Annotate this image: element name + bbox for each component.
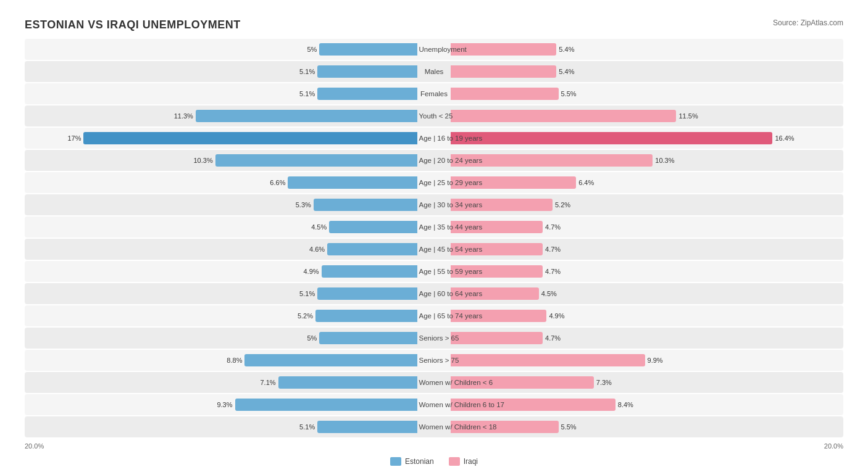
value-right: 4.7% <box>545 223 565 231</box>
bar-blue <box>329 221 417 233</box>
bar-pink <box>451 132 773 144</box>
bar-row: 8.8% Seniors > 75 9.9% <box>25 350 843 371</box>
bar-row: 5.1% Age | 60 to 64 years 4.5% <box>25 283 843 304</box>
value-right: 5.5% <box>561 90 581 97</box>
chart-header: ESTONIAN VS IRAQI UNEMPLOYMENT Source: Z… <box>25 19 843 31</box>
left-section: 8.8% <box>25 354 417 366</box>
bar-blue <box>244 354 417 366</box>
right-section: 10.3% <box>451 154 843 167</box>
left-section: 5% <box>25 43 417 56</box>
center-label: Age | 16 to 19 years <box>417 134 450 142</box>
right-section: 4.5% <box>451 287 843 300</box>
value-left: 5.2% <box>293 312 313 320</box>
bar-blue <box>235 399 418 411</box>
bar-row: 11.3% Youth < 25 11.5% <box>25 105 843 126</box>
axis-left-label: 20.0% <box>25 442 44 450</box>
bar-wrapper-right: 10.3% <box>451 154 843 167</box>
right-section: 11.5% <box>451 110 843 122</box>
bar-wrapper-right: 5.4% <box>451 43 843 56</box>
bar-blue <box>288 176 417 189</box>
value-right: 4.7% <box>545 334 565 342</box>
bar-wrapper-left: 5.1% <box>25 421 417 433</box>
center-label: Females <box>417 90 450 97</box>
center-label: Seniors > 65 <box>417 334 450 342</box>
bar-blue <box>196 110 418 122</box>
legend: Estonian Iraqi <box>25 457 843 466</box>
value-left: 6.6% <box>265 179 285 186</box>
bar-wrapper-right: 6.4% <box>451 176 843 189</box>
bar-row: 17% Age | 16 to 19 years 16.4% <box>25 128 843 149</box>
value-left: 5.1% <box>295 290 315 297</box>
bar-row: 5.1% Males 5.4% <box>25 61 843 82</box>
center-label: Age | 65 to 74 years <box>417 312 450 320</box>
center-label: Seniors > 75 <box>417 357 450 364</box>
legend-iraqi: Iraqi <box>449 457 478 466</box>
bar-row: 4.5% Age | 35 to 44 years 4.7% <box>25 217 843 238</box>
right-section: 4.7% <box>451 332 843 344</box>
value-left: 5.1% <box>295 423 315 431</box>
bar-wrapper-left: 5% <box>25 332 417 344</box>
left-section: 4.9% <box>25 265 417 278</box>
bar-wrapper-right: 16.4% <box>451 132 843 144</box>
value-right: 10.3% <box>655 157 675 164</box>
left-section: 11.3% <box>25 110 417 122</box>
bar-wrapper-left: 5.1% <box>25 65 417 78</box>
bar-wrapper-right: 7.3% <box>451 376 843 389</box>
center-label: Women w/ Children < 6 <box>417 379 450 386</box>
bar-row: 5.1% Females 5.5% <box>25 83 843 104</box>
bar-wrapper-right: 5.5% <box>451 88 843 100</box>
value-left: 5.1% <box>295 68 315 75</box>
axis-right-label: 20.0% <box>824 442 843 450</box>
value-right: 6.4% <box>578 179 598 186</box>
right-section: 5.5% <box>451 421 843 433</box>
center-label: Age | 60 to 64 years <box>417 290 450 297</box>
bar-row: 9.3% Women w/ Children 6 to 17 8.4% <box>25 394 843 415</box>
bar-pink <box>451 354 645 366</box>
value-right: 16.4% <box>775 134 795 142</box>
center-label: Males <box>417 68 450 75</box>
bar-blue <box>83 132 417 144</box>
bar-wrapper-left: 10.3% <box>25 154 417 167</box>
bar-wrapper-right: 4.5% <box>451 287 843 300</box>
bar-wrapper-left: 4.6% <box>25 243 417 255</box>
bar-wrapper-left: 5.1% <box>25 88 417 100</box>
value-right: 4.7% <box>545 268 565 275</box>
bar-pink <box>451 332 543 344</box>
bar-wrapper-right: 4.7% <box>451 265 843 278</box>
left-section: 6.6% <box>25 176 417 189</box>
center-label: Unemployment <box>417 46 450 53</box>
bar-row: 5.3% Age | 30 to 34 years 5.2% <box>25 194 843 215</box>
bar-pink <box>451 88 559 100</box>
bar-row: 4.9% Age | 55 to 59 years 4.7% <box>25 261 843 282</box>
bar-wrapper-right: 9.9% <box>451 354 843 366</box>
value-left: 5.1% <box>295 90 315 97</box>
bar-row: 5% Seniors > 65 4.7% <box>25 328 843 349</box>
bar-pink <box>451 110 677 122</box>
axis-center <box>417 442 450 450</box>
bar-row: 6.6% Age | 25 to 29 years 6.4% <box>25 172 843 193</box>
axis-row: 20.0% 20.0% <box>25 439 843 455</box>
value-left: 9.3% <box>213 401 233 408</box>
value-left: 8.8% <box>222 357 242 364</box>
value-right: 11.5% <box>678 112 698 120</box>
value-left: 5.3% <box>291 201 311 209</box>
bar-blue <box>314 199 418 211</box>
value-left: 5% <box>297 334 317 342</box>
bar-wrapper-right: 8.4% <box>451 399 843 411</box>
axis-right: 20.0% <box>451 442 843 450</box>
left-section: 5.2% <box>25 310 417 322</box>
center-label: Youth < 25 <box>417 112 450 120</box>
bar-blue <box>319 43 417 56</box>
bar-wrapper-right: 5.2% <box>451 199 843 211</box>
left-section: 9.3% <box>25 399 417 411</box>
bar-wrapper-left: 17% <box>25 132 417 144</box>
left-section: 4.6% <box>25 243 417 255</box>
left-section: 7.1% <box>25 376 417 389</box>
value-left: 10.3% <box>193 157 213 164</box>
value-right: 9.9% <box>648 357 667 364</box>
center-label: Age | 20 to 24 years <box>417 157 450 164</box>
bar-wrapper-left: 5.3% <box>25 199 417 211</box>
bar-wrapper-left: 5.2% <box>25 310 417 322</box>
bar-wrapper-left: 8.8% <box>25 354 417 366</box>
bar-row: 7.1% Women w/ Children < 6 7.3% <box>25 372 843 393</box>
